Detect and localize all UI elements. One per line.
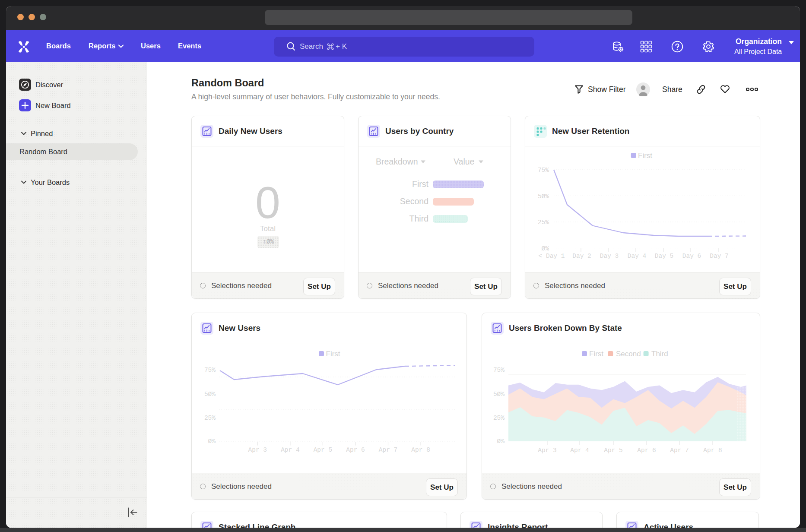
svg-text:25%: 25%	[204, 415, 216, 421]
svg-text:Apr 6: Apr 6	[346, 446, 365, 453]
svg-text:Apr 5: Apr 5	[314, 446, 333, 453]
svg-text:5Ø%: 5Ø%	[204, 391, 216, 398]
svg-text:Apr 3: Apr 3	[538, 447, 557, 454]
svg-text:Day 7: Day 7	[710, 253, 729, 260]
svg-text:Apr 8: Apr 8	[703, 447, 722, 454]
svg-text:75%: 75%	[493, 367, 505, 374]
svg-text:Apr 8: Apr 8	[411, 446, 430, 453]
svg-text:Ø%: Ø%	[497, 438, 505, 445]
svg-text:Day 6: Day 6	[682, 253, 701, 260]
svg-text:Day 5: Day 5	[655, 253, 674, 260]
svg-text:First: First	[638, 152, 652, 160]
svg-text:25%: 25%	[538, 219, 549, 226]
svg-text:Apr 7: Apr 7	[670, 447, 689, 454]
svg-text:Apr 7: Apr 7	[379, 446, 398, 453]
svg-text:Day 3: Day 3	[600, 253, 619, 260]
svg-text:Apr 4: Apr 4	[281, 446, 300, 453]
svg-text:Day 4: Day 4	[628, 253, 647, 260]
svg-text:< Day 1: < Day 1	[539, 253, 565, 260]
svg-text:75%: 75%	[538, 167, 549, 174]
svg-text:Apr 3: Apr 3	[248, 446, 267, 453]
svg-text:5Ø%: 5Ø%	[493, 391, 505, 398]
svg-text:Apr 6: Apr 6	[637, 447, 656, 454]
svg-text:Apr 4: Apr 4	[570, 447, 589, 454]
svg-text:5Ø%: 5Ø%	[538, 193, 549, 200]
svg-text:25%: 25%	[493, 415, 505, 421]
svg-text:Ø%: Ø%	[208, 438, 216, 445]
svg-text:Second: Second	[616, 350, 641, 358]
svg-text:First: First	[589, 350, 603, 358]
svg-text:First: First	[326, 350, 340, 358]
svg-text:75%: 75%	[204, 367, 216, 374]
svg-text:Ø%: Ø%	[542, 245, 549, 252]
svg-text:Apr 5: Apr 5	[604, 447, 623, 454]
svg-text:Day 2: Day 2	[572, 253, 591, 260]
svg-text:Third: Third	[651, 350, 668, 358]
